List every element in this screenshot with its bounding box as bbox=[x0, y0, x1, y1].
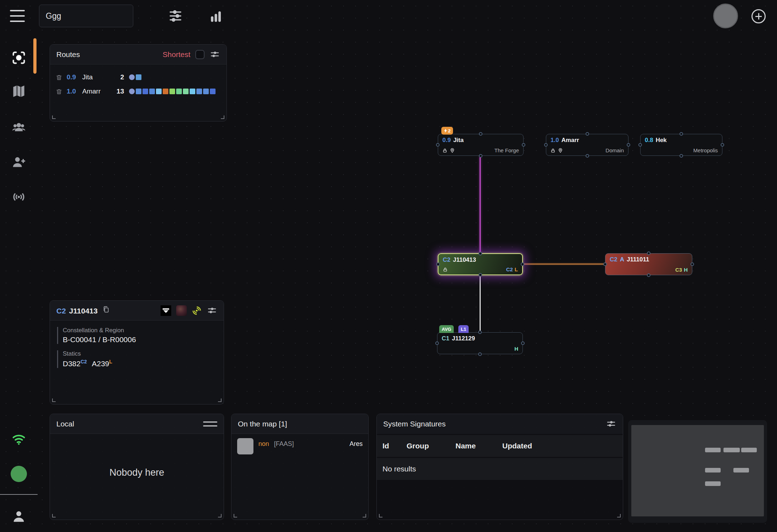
delete-route-icon[interactable] bbox=[56, 88, 62, 95]
local-empty-text: Nobody here bbox=[50, 467, 224, 478]
map-pin-icon bbox=[450, 148, 455, 153]
shortest-route-label[interactable]: Shortest bbox=[163, 50, 190, 59]
resize-handle[interactable] bbox=[221, 115, 224, 119]
node-handle-left[interactable] bbox=[436, 143, 440, 147]
map-icon bbox=[11, 84, 27, 99]
minimap-node bbox=[705, 481, 721, 486]
info-settings-icon[interactable] bbox=[207, 305, 217, 316]
routes-settings-icon[interactable] bbox=[209, 49, 220, 60]
route-row-amarr[interactable]: 1.0 Amarr 13 bbox=[50, 84, 227, 98]
corp-ticker: [FAAS] bbox=[274, 440, 294, 448]
map-node-hek[interactable]: 0.8Hek Metropolis bbox=[640, 134, 722, 156]
wormhole-class: C2 bbox=[610, 256, 617, 263]
node-handle-left[interactable] bbox=[544, 143, 548, 147]
map-node-j111011[interactable]: C2AJ111011 C3H bbox=[605, 253, 692, 275]
minimap-viewport[interactable] bbox=[631, 425, 764, 516]
node-handle-left[interactable] bbox=[436, 262, 440, 266]
resize-handle[interactable] bbox=[218, 398, 222, 402]
node-handle-top[interactable] bbox=[586, 132, 589, 136]
sidebar-item-focus[interactable] bbox=[0, 41, 38, 75]
lock-icon bbox=[442, 148, 447, 153]
broadcast-icon bbox=[11, 189, 27, 205]
delete-route-icon[interactable] bbox=[56, 74, 62, 81]
resize-handle[interactable] bbox=[363, 514, 366, 517]
node-handle-bottom[interactable] bbox=[479, 154, 482, 158]
statics-label: Statics bbox=[63, 350, 224, 357]
node-handle-bottom[interactable] bbox=[478, 352, 482, 356]
sidebar-item-broadcast[interactable] bbox=[0, 180, 38, 214]
route-jump-count: 2 bbox=[111, 73, 124, 81]
sidebar-item-characters[interactable] bbox=[0, 111, 38, 145]
map-node-amarr[interactable]: 1.0Amarr Domain bbox=[546, 134, 628, 156]
user-icon bbox=[11, 508, 27, 525]
route-hops bbox=[129, 74, 141, 80]
resize-handle[interactable] bbox=[218, 514, 222, 517]
filter-sliders-icon[interactable] bbox=[168, 8, 183, 24]
resize-handle[interactable] bbox=[379, 514, 382, 517]
sidebar-item-map[interactable] bbox=[0, 74, 38, 108]
map-name-input[interactable] bbox=[39, 5, 133, 27]
local-panel: Local Nobody here bbox=[50, 414, 224, 520]
node-handle-bottom[interactable] bbox=[586, 154, 589, 158]
column-group: Group bbox=[407, 442, 455, 450]
node-handle-left[interactable] bbox=[603, 262, 607, 266]
wh-class-icon[interactable] bbox=[161, 305, 171, 316]
node-handle-bottom[interactable] bbox=[647, 273, 650, 277]
connection-j110413-j111011 bbox=[523, 264, 605, 265]
signatures-settings-icon[interactable] bbox=[606, 419, 616, 429]
column-name: Name bbox=[455, 442, 502, 450]
node-handle-right[interactable] bbox=[627, 143, 630, 147]
sidebar-item-profile[interactable] bbox=[0, 499, 38, 532]
node-handle-right[interactable] bbox=[522, 143, 525, 147]
sidebar-item-add-character[interactable] bbox=[0, 145, 38, 179]
menu-icon[interactable] bbox=[10, 10, 25, 22]
constellation-region-value: B-C00041 / B-R00006 bbox=[63, 335, 224, 344]
node-handle-top[interactable] bbox=[680, 132, 683, 136]
route-row-jita[interactable]: 0.9 Jita 2 bbox=[50, 70, 227, 84]
resize-handle[interactable] bbox=[234, 514, 237, 517]
on-the-map-panel: On the map [1] non [FAAS] Ares bbox=[231, 414, 369, 520]
node-handle-right[interactable] bbox=[721, 143, 724, 147]
wormhole-thumbnail[interactable] bbox=[176, 305, 187, 316]
map-node-jita[interactable]: 2 0.9Jita The Forge bbox=[438, 134, 524, 156]
node-handle-right[interactable] bbox=[691, 262, 694, 266]
node-handle-top[interactable] bbox=[479, 132, 482, 136]
user-avatar[interactable] bbox=[713, 4, 738, 28]
node-handle-left[interactable] bbox=[435, 341, 439, 345]
pilot-name: non bbox=[258, 440, 269, 448]
resize-handle[interactable] bbox=[617, 514, 621, 517]
wifi-icon bbox=[11, 431, 27, 447]
online-status-dot bbox=[0, 457, 38, 491]
copy-icon[interactable] bbox=[102, 306, 110, 313]
node-handle-left[interactable] bbox=[638, 143, 642, 147]
pilot-row[interactable]: non [FAAS] Ares bbox=[231, 434, 368, 454]
map-node-j112129[interactable]: AVG L1 C1J112129 H bbox=[437, 332, 523, 354]
wormhole-class: C2 bbox=[443, 256, 451, 264]
node-handle-top[interactable] bbox=[647, 251, 650, 255]
shortest-checkbox[interactable] bbox=[195, 50, 205, 59]
add-icon[interactable] bbox=[751, 9, 766, 23]
node-handle-bottom[interactable] bbox=[680, 154, 683, 158]
security-status: 0.8 bbox=[645, 137, 653, 144]
bar-chart-icon[interactable] bbox=[208, 9, 223, 24]
resize-handle[interactable] bbox=[52, 115, 56, 119]
node-handle-top[interactable] bbox=[479, 252, 482, 255]
region-name: Metropolis bbox=[693, 147, 718, 153]
node-handle-top[interactable] bbox=[478, 330, 482, 334]
lock-icon bbox=[550, 148, 555, 153]
route-jump-count: 13 bbox=[111, 87, 124, 95]
local-list-icon[interactable] bbox=[203, 421, 217, 426]
map-node-j110413-selected[interactable]: C2J110413 C2L bbox=[438, 253, 523, 275]
resize-handle[interactable] bbox=[52, 398, 56, 402]
node-handle-bottom[interactable] bbox=[479, 273, 482, 277]
jumps-badge: 2 bbox=[441, 127, 453, 135]
resize-handle[interactable] bbox=[52, 514, 56, 517]
intel-target-icon[interactable] bbox=[192, 306, 202, 316]
node-handle-right[interactable] bbox=[521, 262, 524, 266]
security-status: 0.9 bbox=[442, 137, 451, 144]
on-the-map-title: On the map [1] bbox=[238, 420, 287, 428]
effect-tag: H bbox=[514, 346, 518, 352]
node-handle-right[interactable] bbox=[521, 341, 525, 345]
minimap-panel bbox=[628, 420, 767, 523]
static-code: A239 bbox=[92, 360, 109, 368]
